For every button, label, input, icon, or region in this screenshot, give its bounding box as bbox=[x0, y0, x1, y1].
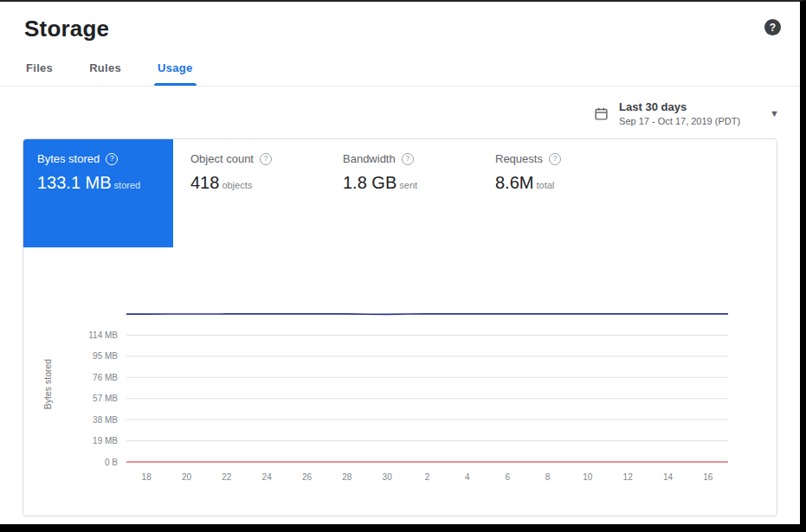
help-outline-icon[interactable]: ? bbox=[549, 153, 561, 165]
metric-title: Requests ? bbox=[495, 152, 620, 165]
metric-title-text: Requests bbox=[495, 152, 543, 165]
svg-text:0 B: 0 B bbox=[105, 458, 118, 467]
help-outline-icon[interactable]: ? bbox=[402, 153, 414, 165]
metric-title: Bandwidth ? bbox=[343, 152, 467, 165]
date-range-picker[interactable]: Last 30 days Sep 17 - Oct 17, 2019 (PDT)… bbox=[0, 87, 800, 126]
metric-requests[interactable]: Requests ? 8.6Mtotal bbox=[478, 139, 630, 193]
usage-chart-area: 114 MB95 MB76 MB57 MB38 MB19 MB0 B182022… bbox=[23, 292, 777, 505]
svg-text:114 MB: 114 MB bbox=[88, 330, 118, 340]
chevron-down-icon[interactable]: ▼ bbox=[770, 108, 779, 119]
tab-rules[interactable]: Rules bbox=[87, 51, 123, 86]
metric-unit-text: sent bbox=[399, 180, 417, 190]
page-header: Storage ? bbox=[0, 2, 800, 51]
svg-text:20: 20 bbox=[182, 472, 192, 482]
svg-text:22: 22 bbox=[222, 472, 232, 482]
help-icon[interactable]: ? bbox=[764, 19, 781, 35]
metric-value: 8.6Mtotal bbox=[495, 173, 620, 193]
metric-unit-text: total bbox=[536, 180, 554, 190]
svg-text:26: 26 bbox=[302, 472, 313, 482]
svg-text:4: 4 bbox=[465, 472, 470, 482]
metric-value: 133.1 MBstored bbox=[37, 173, 159, 193]
page-title: Storage bbox=[24, 16, 776, 42]
svg-text:28: 28 bbox=[342, 472, 352, 482]
metric-value-text: 133.1 MB bbox=[37, 173, 112, 192]
metric-value-text: 418 bbox=[190, 173, 219, 192]
tab-usage[interactable]: Usage bbox=[156, 51, 195, 86]
svg-text:38 MB: 38 MB bbox=[93, 415, 118, 425]
svg-text:6: 6 bbox=[505, 472, 510, 482]
svg-text:30: 30 bbox=[383, 472, 393, 482]
help-outline-icon[interactable]: ? bbox=[260, 153, 272, 165]
svg-text:10: 10 bbox=[583, 472, 593, 482]
metric-title: Object count ? bbox=[190, 152, 315, 165]
metric-title-text: Bandwidth bbox=[343, 152, 396, 165]
metric-unit-text: stored bbox=[114, 180, 141, 190]
storage-page: Storage ? Files Rules Usage Last 30 days… bbox=[0, 2, 800, 524]
svg-text:8: 8 bbox=[545, 472, 551, 482]
metric-value-text: 1.8 GB bbox=[343, 173, 397, 192]
date-range-text[interactable]: Last 30 days Sep 17 - Oct 17, 2019 (PDT) bbox=[619, 100, 740, 126]
date-range-dates: Sep 17 - Oct 17, 2019 (PDT) bbox=[619, 116, 740, 126]
svg-text:2: 2 bbox=[425, 472, 430, 482]
svg-text:14: 14 bbox=[663, 472, 674, 482]
svg-text:19 MB: 19 MB bbox=[93, 436, 118, 445]
svg-text:18: 18 bbox=[142, 472, 152, 482]
metric-title: Bytes stored ? bbox=[37, 152, 159, 165]
svg-text:12: 12 bbox=[623, 472, 634, 482]
usage-chart: 114 MB95 MB76 MB57 MB38 MB19 MB0 B182022… bbox=[35, 292, 767, 502]
metric-value: 418objects bbox=[190, 173, 315, 193]
metric-value: 1.8 GBsent bbox=[343, 173, 467, 193]
metric-bytes-stored[interactable]: Bytes stored ? 133.1 MBstored bbox=[23, 139, 173, 247]
help-outline-icon[interactable]: ? bbox=[106, 153, 118, 165]
tab-bar: Files Rules Usage bbox=[0, 51, 800, 87]
svg-text:57 MB: 57 MB bbox=[93, 394, 118, 403]
metric-title-text: Bytes stored bbox=[37, 152, 100, 165]
date-range-label: Last 30 days bbox=[619, 100, 740, 113]
metric-value-text: 8.6M bbox=[495, 173, 533, 192]
calendar-icon bbox=[594, 106, 609, 121]
metrics-row: Bytes stored ? 133.1 MBstored Object cou… bbox=[23, 139, 777, 247]
metric-bandwidth[interactable]: Bandwidth ? 1.8 GBsent bbox=[326, 139, 478, 193]
metric-title-text: Object count bbox=[190, 152, 254, 165]
metric-object-count[interactable]: Object count ? 418objects bbox=[173, 139, 326, 193]
usage-card: Bytes stored ? 133.1 MBstored Object cou… bbox=[23, 138, 777, 516]
metric-unit-text: objects bbox=[222, 180, 252, 190]
svg-text:76 MB: 76 MB bbox=[93, 373, 118, 382]
svg-text:16: 16 bbox=[703, 472, 713, 482]
tab-files[interactable]: Files bbox=[24, 51, 55, 86]
svg-text:Bytes stored: Bytes stored bbox=[42, 359, 53, 410]
svg-text:95 MB: 95 MB bbox=[93, 351, 118, 361]
svg-text:24: 24 bbox=[262, 472, 273, 482]
